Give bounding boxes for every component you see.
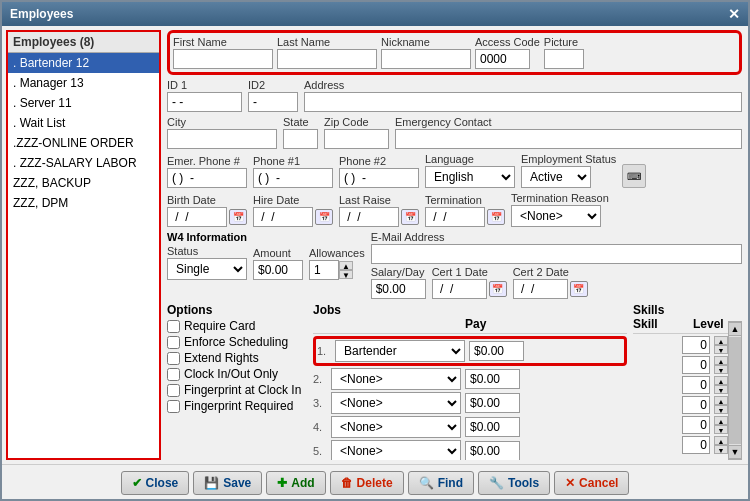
termination-reason-select[interactable]: <None>Quit	[511, 205, 601, 227]
phone2-group: Phone #2	[339, 155, 419, 188]
skill-4-up[interactable]: ▲	[714, 396, 728, 405]
skill-6-up[interactable]: ▲	[714, 436, 728, 445]
city-input[interactable]	[167, 129, 277, 149]
skill-2-val[interactable]	[682, 356, 710, 374]
skill-4-val[interactable]	[682, 396, 710, 414]
sidebar-item-3[interactable]: . Wait List	[8, 113, 159, 133]
phone1-input[interactable]	[253, 168, 333, 188]
birth-date-input[interactable]	[167, 207, 227, 227]
cancel-button[interactable]: ✕ Cancel	[554, 471, 629, 495]
skill-2-up[interactable]: ▲	[714, 356, 728, 365]
emergency-contact-input[interactable]	[395, 129, 742, 149]
cert2-input[interactable]	[513, 279, 568, 299]
hire-date-calendar-icon[interactable]: 📅	[315, 209, 333, 225]
first-name-input[interactable]	[173, 49, 273, 69]
employment-status-select[interactable]: ActiveInactive	[521, 166, 591, 188]
enforce-scheduling-checkbox[interactable]	[167, 336, 180, 349]
nickname-input[interactable]	[381, 49, 471, 69]
job-2-select[interactable]: <None>	[331, 368, 461, 390]
extend-rights-checkbox[interactable]	[167, 352, 180, 365]
job-2-pay[interactable]	[465, 369, 520, 389]
sidebar-item-0[interactable]: . Bartender 12	[8, 53, 159, 73]
birth-date-calendar-icon[interactable]: 📅	[229, 209, 247, 225]
skill-2-down[interactable]: ▼	[714, 365, 728, 374]
allowances-up[interactable]: ▲	[339, 261, 353, 270]
find-button[interactable]: 🔍 Find	[408, 471, 474, 495]
id2-input[interactable]	[248, 92, 298, 112]
close-window-button[interactable]: ✕	[728, 6, 740, 22]
job-3-select[interactable]: <None>	[331, 392, 461, 414]
add-button[interactable]: ✚ Add	[266, 471, 325, 495]
zip-input[interactable]	[324, 129, 389, 149]
skill-3-val[interactable]	[682, 376, 710, 394]
cert1-calendar-icon[interactable]: 📅	[489, 281, 507, 297]
salary-day-input[interactable]	[371, 279, 426, 299]
job-3-pay[interactable]	[465, 393, 520, 413]
job-4-pay[interactable]	[465, 417, 520, 437]
skill-4-down[interactable]: ▼	[714, 405, 728, 414]
job-row-2: 2. <None>	[313, 368, 627, 390]
address-input[interactable]	[304, 92, 742, 112]
state-input[interactable]	[283, 129, 318, 149]
job-1-pay[interactable]	[469, 341, 524, 361]
last-raise-input[interactable]	[339, 207, 399, 227]
allowances-input[interactable]	[309, 260, 339, 280]
id1-input[interactable]	[167, 92, 242, 112]
email-input[interactable]	[371, 244, 742, 264]
scroll-down-button[interactable]: ▼	[728, 445, 742, 459]
w4-status-group: Status SingleMarried	[167, 245, 247, 280]
sidebar-item-5[interactable]: . ZZZ-SALARY LABOR	[8, 153, 159, 173]
skill-3-down[interactable]: ▼	[714, 385, 728, 394]
scroll-up-button[interactable]: ▲	[728, 322, 742, 336]
skill-1-down[interactable]: ▼	[714, 345, 728, 354]
sidebar-item-7[interactable]: ZZZ, DPM	[8, 193, 159, 213]
skill-5-up[interactable]: ▲	[714, 416, 728, 425]
skill-1-val[interactable]	[682, 336, 710, 354]
termination-reason-label: Termination Reason	[511, 192, 609, 204]
allowances-down[interactable]: ▼	[339, 270, 353, 279]
termination-input[interactable]	[425, 207, 485, 227]
skill-1-up[interactable]: ▲	[714, 336, 728, 345]
job-row-4: 4. <None>	[313, 416, 627, 438]
delete-button[interactable]: 🗑 Delete	[330, 471, 404, 495]
cert1-input[interactable]	[432, 279, 487, 299]
access-code-input[interactable]	[475, 49, 530, 69]
hire-date-input[interactable]	[253, 207, 313, 227]
termination-calendar-icon[interactable]: 📅	[487, 209, 505, 225]
fingerprint-required-checkbox[interactable]	[167, 400, 180, 413]
job-4-select[interactable]: <None>	[331, 416, 461, 438]
job-4-num: 4.	[313, 421, 327, 433]
emer-phone-input[interactable]	[167, 168, 247, 188]
skill-5-down[interactable]: ▼	[714, 425, 728, 434]
keyboard-icon[interactable]: ⌨	[622, 164, 646, 188]
language-select[interactable]: EnglishSpanish	[425, 166, 515, 188]
tools-button[interactable]: 🔧 Tools	[478, 471, 550, 495]
job-1-select[interactable]: Bartender<None>	[335, 340, 465, 362]
skill-6-down[interactable]: ▼	[714, 445, 728, 454]
fingerprint-clock-in-checkbox[interactable]	[167, 384, 180, 397]
sidebar-item-2[interactable]: . Server 11	[8, 93, 159, 113]
skill-3-up[interactable]: ▲	[714, 376, 728, 385]
close-button[interactable]: ✔ Close	[121, 471, 190, 495]
cert2-calendar-icon[interactable]: 📅	[570, 281, 588, 297]
w4-status-select[interactable]: SingleMarried	[167, 258, 247, 280]
first-name-label: First Name	[173, 36, 273, 48]
skill-5-val[interactable]	[682, 416, 710, 434]
job-5-select[interactable]: <None>	[331, 440, 461, 460]
access-code-label: Access Code	[475, 36, 540, 48]
skills-section: Skills Skill Level ▲ ▼	[633, 303, 728, 460]
last-raise-calendar-icon[interactable]: 📅	[401, 209, 419, 225]
require-card-checkbox[interactable]	[167, 320, 180, 333]
cert1-group: Cert 1 Date 📅	[432, 266, 507, 299]
job-5-pay[interactable]	[465, 441, 520, 460]
sidebar-item-6[interactable]: ZZZ, BACKUP	[8, 173, 159, 193]
phone2-input[interactable]	[339, 168, 419, 188]
sidebar-item-1[interactable]: . Manager 13	[8, 73, 159, 93]
skill-6-val[interactable]	[682, 436, 710, 454]
picture-input[interactable]	[544, 49, 584, 69]
sidebar-item-4[interactable]: .ZZZ-ONLINE ORDER	[8, 133, 159, 153]
save-button[interactable]: 💾 Save	[193, 471, 262, 495]
amount-input[interactable]	[253, 260, 303, 280]
last-name-input[interactable]	[277, 49, 377, 69]
clock-in-out-checkbox[interactable]	[167, 368, 180, 381]
